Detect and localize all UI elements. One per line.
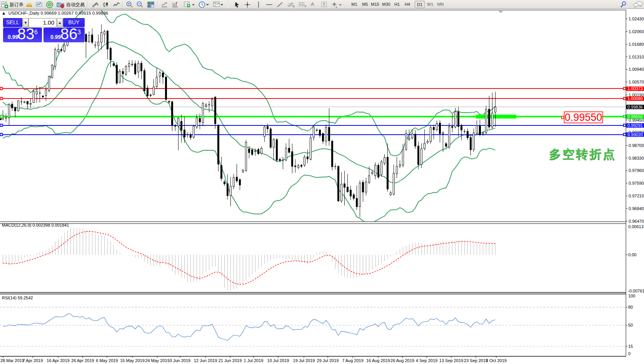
svg-text:1.00940: 1.00940 — [629, 67, 644, 72]
svg-text:1.00373: 1.00373 — [627, 86, 643, 91]
svg-text:0.99291: 0.99291 — [627, 123, 643, 128]
svg-text:1 Jul 2019: 1 Jul 2019 — [244, 358, 264, 363]
svg-text:0: 0 — [628, 351, 631, 356]
svg-text:29 Jul 2019: 29 Jul 2019 — [317, 358, 339, 363]
svg-text:0.99550: 0.99550 — [627, 114, 643, 119]
svg-text:4 Sep 2019: 4 Sep 2019 — [416, 358, 437, 363]
svg-text:0.96840: 0.96840 — [629, 206, 644, 211]
svg-text:多空转折点: 多空转折点 — [549, 147, 616, 161]
svg-text:6 May 2019: 6 May 2019 — [96, 358, 118, 363]
svg-text:1.02430: 1.02430 — [629, 17, 644, 21]
svg-text:0.00: 0.00 — [628, 252, 636, 257]
svg-text:2 Oct 2019: 2 Oct 2019 — [486, 358, 507, 363]
svg-text:0.99550: 0.99550 — [565, 112, 602, 123]
svg-text:0.99836: 0.99836 — [627, 105, 643, 109]
svg-text:0.97590: 0.97590 — [629, 181, 644, 185]
svg-text:12 Jun 2019: 12 Jun 2019 — [194, 358, 217, 363]
svg-text:13 Sep 2019: 13 Sep 2019 — [439, 358, 463, 363]
svg-text:1.00570: 1.00570 — [629, 80, 644, 84]
svg-text:10 Jul 2019: 10 Jul 2019 — [267, 358, 289, 363]
svg-text:7 Apr 2019: 7 Apr 2019 — [22, 358, 43, 363]
svg-text:▲ USDCHF-,Daily 0.99669 1.00: ▲ USDCHF-,Daily 0.99669 1.00267 0.99515 … — [2, 11, 108, 15]
svg-text:0.99020: 0.99020 — [627, 132, 643, 137]
svg-text:0.97210: 0.97210 — [629, 194, 644, 198]
svg-text:16 Apr 2019: 16 Apr 2019 — [47, 358, 69, 363]
svg-text:0.96470: 0.96470 — [629, 219, 644, 224]
svg-text:100: 100 — [628, 294, 635, 298]
svg-text:0.98700: 0.98700 — [629, 143, 644, 148]
svg-text:19 Jul 2019: 19 Jul 2019 — [293, 358, 315, 363]
svg-text:24 May 2019: 24 May 2019 — [145, 358, 170, 363]
svg-text:0.97960: 0.97960 — [629, 168, 644, 173]
svg-text:-0.007612: -0.007612 — [628, 289, 644, 293]
svg-text:16 Aug 2019: 16 Aug 2019 — [366, 358, 390, 363]
svg-text:3 Jun 2019: 3 Jun 2019 — [170, 358, 190, 363]
svg-text:0.98330: 0.98330 — [629, 156, 644, 160]
svg-text:26 Aug 2019: 26 Aug 2019 — [390, 358, 414, 363]
svg-text:50: 50 — [628, 323, 633, 327]
svg-text:26 Apr 2019: 26 Apr 2019 — [71, 358, 94, 363]
svg-text:1.01680: 1.01680 — [629, 42, 644, 47]
svg-text:80: 80 — [628, 305, 633, 309]
svg-text:1.01310: 1.01310 — [629, 55, 644, 59]
svg-text:28 Mar 2019: 28 Mar 2019 — [0, 358, 24, 363]
svg-text:15 May 2019: 15 May 2019 — [120, 358, 145, 363]
svg-text:0.00613: 0.00613 — [628, 224, 644, 229]
svg-text:1.02060: 1.02060 — [629, 29, 644, 34]
svg-text:7 Aug 2019: 7 Aug 2019 — [342, 358, 364, 363]
svg-text:MACD(12,26,9) 0.002398 0.00184: MACD(12,26,9) 0.002398 0.001841 — [2, 223, 69, 227]
svg-text:RSI(14) 59.2542: RSI(14) 59.2542 — [2, 296, 33, 300]
svg-text:23 Sep 2019: 23 Sep 2019 — [464, 358, 488, 363]
svg-text:21 Jun 2019: 21 Jun 2019 — [219, 358, 242, 363]
svg-text:15: 15 — [628, 344, 633, 349]
svg-text:1.00080: 1.00080 — [627, 96, 643, 101]
